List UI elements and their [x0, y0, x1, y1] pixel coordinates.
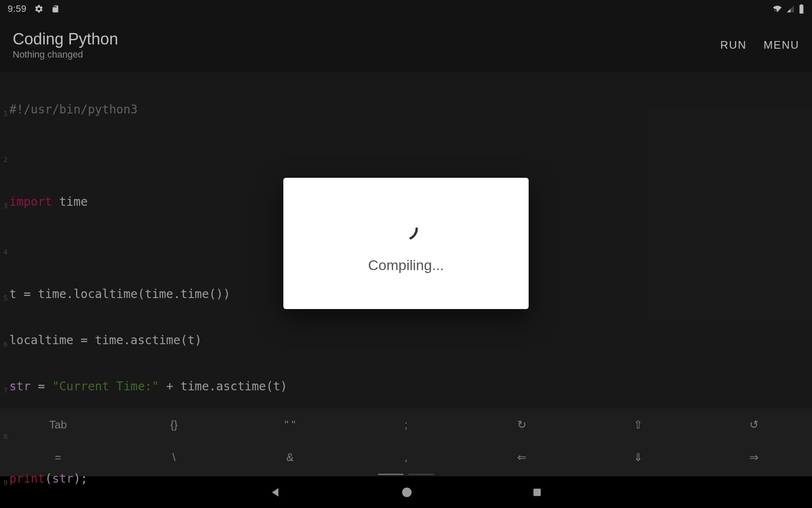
key-semicolon[interactable]: ;	[404, 418, 407, 431]
key-undo-icon[interactable]: ↺	[749, 418, 759, 431]
signal-icon	[786, 5, 795, 13]
code-token: import	[9, 195, 52, 209]
key-backslash[interactable]: \	[173, 451, 176, 464]
svg-point-2	[402, 487, 412, 497]
code-token: str	[9, 379, 31, 393]
run-button[interactable]: RUN	[720, 39, 746, 52]
wifi-icon: ×	[772, 5, 782, 13]
key-left-icon[interactable]: ⇐	[517, 451, 527, 464]
app-toolbar: Coding Python Nothing changed RUN MENU	[0, 18, 812, 72]
status-time: 9:59	[8, 3, 27, 14]
code-token: =	[31, 379, 52, 393]
code-token: localtime = time.asctime(t)	[9, 333, 202, 347]
svg-point-4	[395, 218, 417, 239]
line-number: 4	[0, 241, 9, 259]
keyboard-page-indicator	[0, 474, 812, 476]
code-token: time	[52, 195, 88, 209]
line-number: 2	[0, 149, 9, 167]
key-equals[interactable]: =	[55, 451, 61, 464]
svg-text:×: ×	[774, 9, 776, 12]
gear-icon	[34, 4, 44, 14]
key-right-icon[interactable]: ⇒	[749, 451, 759, 464]
line-number: 1	[0, 102, 9, 121]
dialog-message: Compiling...	[368, 257, 444, 273]
key-up-icon[interactable]: ⇧	[634, 418, 643, 431]
svg-rect-3	[533, 489, 540, 496]
key-comma[interactable]: ,	[404, 451, 407, 464]
code-token: + time.asctime(t)	[159, 379, 287, 393]
key-redo-icon[interactable]: ↻	[517, 418, 527, 431]
code-token: #!/usr/bin/python3	[9, 102, 137, 116]
key-down-icon[interactable]: ⇓	[634, 451, 643, 464]
spinner-icon	[391, 214, 421, 243]
key-tab[interactable]: Tab	[49, 418, 67, 431]
nav-recent-icon[interactable]	[532, 487, 543, 498]
line-number: 7	[0, 379, 9, 398]
symbol-keyboard: Tab {} " " ; ↻ ⇧ ↺ = \ & , ⇐ ⇓ ⇒	[0, 409, 812, 476]
battery-icon	[798, 4, 804, 14]
app-title: Coding Python	[13, 30, 118, 48]
code-token: t = time.localtime(time.time())	[9, 287, 230, 301]
compiling-dialog: Compiling...	[283, 178, 529, 309]
nav-home-icon[interactable]	[401, 486, 413, 499]
line-number: 3	[0, 195, 9, 213]
key-quotes[interactable]: " "	[285, 418, 296, 431]
line-number: 6	[0, 333, 9, 351]
sd-card-icon	[51, 4, 60, 14]
key-ampersand[interactable]: &	[286, 451, 294, 464]
app-subtitle: Nothing changed	[13, 49, 118, 60]
status-bar: 9:59 ×	[0, 0, 812, 18]
menu-button[interactable]: MENU	[763, 39, 799, 52]
code-token: "Current Time:"	[52, 379, 159, 393]
nav-back-icon[interactable]	[269, 486, 282, 499]
line-number: 5	[0, 287, 9, 305]
key-braces[interactable]: {}	[170, 418, 178, 431]
